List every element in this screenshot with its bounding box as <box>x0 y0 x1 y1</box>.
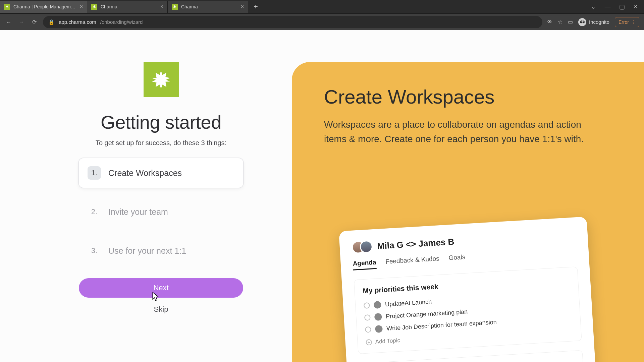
incognito-icon: 🕶 <box>578 18 586 26</box>
step-invite-team[interactable]: 2. Invite your team <box>79 197 243 227</box>
item-label: UpdateAI Launch <box>385 298 432 308</box>
favicon-icon <box>91 4 97 10</box>
panel-title: Create Workspaces <box>324 85 617 108</box>
chevron-down-icon[interactable]: ⌄ <box>591 3 596 10</box>
browser-tab-2[interactable]: Charma × <box>87 1 168 13</box>
reader-icon[interactable]: ▭ <box>568 19 573 25</box>
url-path: /onboarding/wizard <box>100 19 143 25</box>
error-label: Error <box>619 19 629 25</box>
tab-title: Charma | People Management S <box>13 4 76 9</box>
new-tab-button[interactable]: + <box>248 2 263 11</box>
tab-feedback[interactable]: Feedback & Kudos <box>385 255 440 268</box>
url-input[interactable]: 🔒 app.charma.com/onboarding/wizard <box>43 16 542 28</box>
back-button[interactable]: ← <box>5 18 13 26</box>
avatar <box>375 325 383 333</box>
minimize-icon[interactable]: — <box>604 3 610 10</box>
avatar <box>374 301 381 309</box>
close-window-icon[interactable]: × <box>634 3 637 10</box>
tab-goals[interactable]: Goals <box>448 253 466 265</box>
avatar <box>374 313 382 321</box>
step-create-workspaces[interactable]: 1. Create Workspaces <box>79 158 243 188</box>
checkbox-icon[interactable] <box>364 302 370 309</box>
forward-button[interactable]: → <box>17 18 25 26</box>
eye-off-icon[interactable]: 👁 <box>547 19 552 25</box>
tab-agenda[interactable]: Agenda <box>353 259 376 270</box>
browser-tab-1[interactable]: Charma | People Management S × <box>0 1 87 13</box>
close-icon[interactable]: × <box>80 4 83 10</box>
panel-description: Workspaces are a place to collaborate on… <box>324 117 599 146</box>
skip-link[interactable]: Skip <box>154 305 168 314</box>
maximize-icon[interactable]: ▢ <box>619 3 625 10</box>
address-bar: ← → ⟳ 🔒 app.charma.com/onboarding/wizard… <box>0 13 644 30</box>
checkbox-icon[interactable] <box>364 314 371 321</box>
lock-icon: 🔒 <box>48 19 55 25</box>
bookmark-icon[interactable]: ☆ <box>558 19 562 25</box>
incognito-badge[interactable]: 🕶 Incognito <box>578 18 609 26</box>
favicon-icon <box>172 4 178 10</box>
step-number: 1. <box>88 166 101 180</box>
add-topic-label: Add Topic <box>375 337 400 345</box>
burst-icon <box>150 69 172 90</box>
checkbox-icon[interactable] <box>365 326 371 333</box>
page-title: Getting started <box>101 111 221 133</box>
step-label: Create Workspaces <box>108 168 182 178</box>
more-icon: ⋮ <box>631 19 636 25</box>
favicon-icon <box>4 4 10 10</box>
page-subtitle: To get set up for success, do these 3 th… <box>96 139 226 147</box>
tab-bar: Charma | People Management S × Charma × … <box>0 0 644 13</box>
error-badge[interactable]: Error ⋮ <box>615 17 639 27</box>
tab-title: Charma <box>101 4 157 9</box>
next-button[interactable]: Next <box>79 278 243 298</box>
step-label: Use for your next 1:1 <box>108 246 186 256</box>
step-label: Invite your team <box>108 207 168 217</box>
app-logo <box>144 62 179 97</box>
workspace-title: Mila G <> James B <box>377 236 454 251</box>
tab-title: Charma <box>181 4 237 9</box>
close-icon[interactable]: × <box>241 4 244 10</box>
avatar-stack <box>352 240 373 254</box>
step-number: 2. <box>88 205 101 219</box>
step-number: 3. <box>88 244 101 257</box>
plus-icon: + <box>366 339 372 346</box>
reload-button[interactable]: ⟳ <box>30 18 38 26</box>
browser-tab-3[interactable]: Charma × <box>168 1 248 13</box>
workspace-preview-card: Mila G <> James B Agenda Feedback & Kudo… <box>339 217 598 362</box>
incognito-label: Incognito <box>589 19 609 25</box>
step-use-next-1-1[interactable]: 3. Use for your next 1:1 <box>79 236 243 265</box>
close-icon[interactable]: × <box>160 4 163 10</box>
url-host: app.charma.com <box>59 19 96 25</box>
